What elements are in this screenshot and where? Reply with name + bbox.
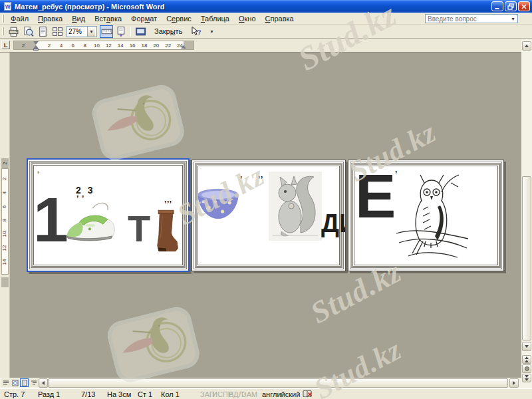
normal-view-button[interactable] (1, 378, 10, 387)
vertical-ruler[interactable]: 2 2468101214 (0, 53, 10, 378)
shrink-to-fit-button[interactable] (114, 25, 128, 38)
h-ruler-number: 6 (69, 43, 77, 49)
rebus-mark-single: ’ (240, 175, 243, 184)
arrow-left-icon (42, 381, 45, 385)
magnifier-icon (23, 26, 34, 37)
multiple-pages-button[interactable] (51, 25, 64, 38)
status-field: На 3см (107, 390, 131, 398)
rebus-letter-e: Е (355, 166, 396, 227)
horizontal-scroll-thumb[interactable] (48, 378, 508, 388)
rebus-marks-boot: ’’’ (164, 200, 172, 209)
status-field[interactable]: ЗАМ (242, 390, 257, 398)
menu-insert[interactable]: Вставка (90, 13, 126, 24)
zoom-select[interactable]: ▾ (66, 26, 97, 37)
print-button[interactable] (7, 25, 20, 38)
menu-file[interactable]: Файл (6, 13, 33, 24)
ask-question-box[interactable]: ▾ (425, 14, 518, 23)
menu-bar: ФайлПравкаВидВставкаФорматСервисТаблицаО… (0, 13, 532, 25)
rebus-letter-t: Т (128, 210, 150, 247)
outline-view-button[interactable] (29, 378, 38, 387)
v-ruler-top-margin: 2 (1, 158, 9, 168)
web-layout-icon (12, 380, 19, 386)
one-page-button[interactable] (36, 25, 49, 38)
shrink-to-fit-icon (116, 26, 127, 37)
rebus-letters-di: ДИ (321, 211, 346, 236)
select-browse-object-button[interactable] (522, 364, 531, 373)
next-page-button[interactable] (522, 374, 531, 382)
print-layout-icon (21, 380, 28, 386)
status-field[interactable]: ВДЛ (229, 390, 243, 398)
v-ruler-number: 14 (1, 258, 9, 265)
ruler-row: L 2 24681012141618202224 (0, 39, 532, 52)
h-ruler-number: 10 (92, 43, 100, 49)
menu-table[interactable]: Таблица (196, 13, 234, 24)
boot-image (152, 209, 180, 254)
bowl-image (196, 186, 240, 223)
toolbar-grip-handle[interactable] (2, 27, 4, 35)
restore-button[interactable] (505, 1, 517, 11)
status-field: Кол 1 (161, 390, 180, 398)
status-bar: Стр. 7Разд 17/13На 3смСт 1Кол 1ЗАПИСПРВД… (0, 388, 532, 399)
ask-question-input[interactable] (426, 15, 509, 23)
previous-page-button[interactable] (522, 355, 531, 364)
v-ruler-number: 4 (1, 189, 9, 196)
minimize-button[interactable] (491, 1, 503, 11)
print-layout-view-button[interactable] (20, 378, 29, 387)
menu-edit[interactable]: Правка (33, 13, 67, 24)
horizontal-scrollbar[interactable] (0, 378, 521, 388)
view-ruler-button[interactable] (100, 25, 113, 38)
arrow-right-icon (513, 381, 515, 385)
zoom-value-input[interactable] (67, 28, 87, 35)
outline-view-icon (31, 380, 37, 386)
scroll-right-button[interactable] (509, 378, 519, 388)
multiple-pages-icon (52, 26, 63, 37)
document-page-3[interactable]: Е ’ (348, 160, 504, 271)
menu-view[interactable]: Вид (67, 13, 90, 24)
menu-format[interactable]: Формат (126, 13, 162, 24)
spelling-status-icon[interactable] (303, 390, 313, 399)
double-arrow-up-icon (525, 356, 529, 362)
document-page-2[interactable]: ’ ’’ ДИ (192, 160, 346, 271)
horizontal-ruler[interactable]: 2 24681012141618202224 (13, 41, 194, 50)
document-page-1[interactable]: ’ 2 3 ’ ’ 1 Т ’’’ (27, 158, 190, 272)
right-indent-marker[interactable] (181, 45, 186, 49)
one-page-icon (37, 26, 49, 37)
ask-dropdown-arrow-icon[interactable]: ▾ (509, 15, 517, 23)
status-field: Разд 1 (38, 390, 60, 398)
vertical-scroll-thumb[interactable] (522, 176, 531, 340)
v-ruler-bottom-margin (1, 277, 9, 287)
close-preview-button[interactable]: Закрыть (148, 25, 188, 38)
v-ruler-number: 10 (1, 231, 9, 238)
menu-window[interactable]: Окно (234, 13, 261, 24)
double-arrow-down-icon (525, 375, 529, 381)
full-screen-button[interactable] (134, 25, 147, 38)
title-bar: W Матем_ребус (просмотр) - Microsoft Wor… (0, 0, 532, 13)
menu-help[interactable]: Справка (261, 13, 299, 24)
vertical-scrollbar[interactable] (521, 39, 532, 388)
menu-items: ФайлПравкаВидВставкаФорматСервисТаблицаО… (6, 15, 299, 23)
h-ruler-number: 20 (152, 43, 160, 49)
toolbar-options-button[interactable]: ▾ (205, 25, 218, 38)
magnifier-button[interactable] (21, 25, 35, 38)
scroll-left-button[interactable] (39, 378, 48, 388)
web-layout-view-button[interactable] (11, 378, 19, 387)
zoom-dropdown-arrow-icon[interactable]: ▾ (87, 27, 95, 37)
close-preview-label: Закрыть (149, 27, 188, 36)
close-icon (521, 3, 527, 10)
menu-grip-handle[interactable] (2, 15, 4, 23)
close-window-button[interactable] (518, 1, 530, 11)
minimize-icon (494, 3, 501, 10)
print-preview-toolbar: ▾ Закрыть (0, 25, 532, 39)
ruler-margin-number: 2 (19, 43, 27, 49)
left-indent-marker[interactable] (33, 49, 39, 51)
menu-tools[interactable]: Сервис (162, 13, 196, 24)
scroll-up-button[interactable] (522, 41, 531, 51)
help-button[interactable]: ? (190, 25, 203, 38)
first-line-indent-marker[interactable] (33, 41, 39, 45)
v-ruler-number: 12 (1, 245, 9, 252)
h-ruler-number: 16 (128, 43, 136, 49)
v-ruler-number: 8 (1, 217, 9, 224)
tab-selector-button[interactable]: L (1, 41, 10, 49)
owl-image (395, 172, 469, 265)
scroll-down-button[interactable] (522, 342, 531, 351)
